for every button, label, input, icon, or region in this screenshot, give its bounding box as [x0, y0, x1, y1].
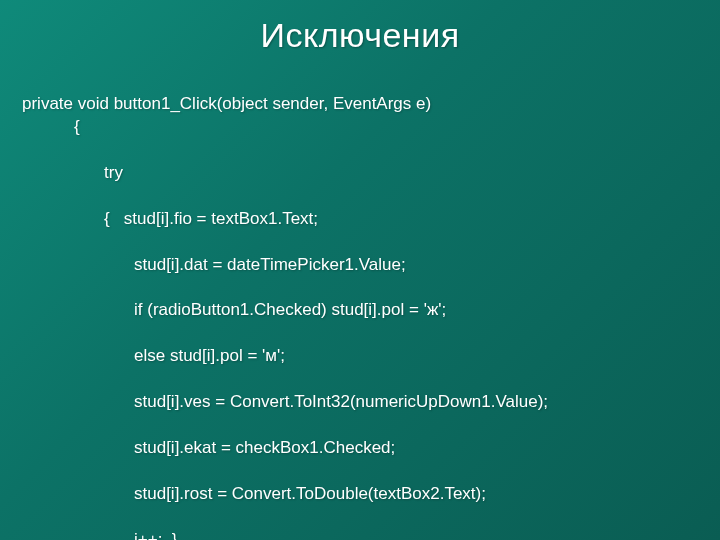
slide: Исключения private void button1_Click(ob… [0, 0, 720, 540]
code-line: if (radioButton1.Checked) stud[i].pol = … [22, 299, 698, 322]
code-line: { stud[i].fio = textBox1.Text; [22, 208, 698, 231]
code-line: stud[i].ves = Convert.ToInt32(numericUpD… [22, 391, 698, 414]
code-block: private void button1_Click(object sender… [22, 70, 698, 540]
code-line: private void button1_Click(object sender… [22, 94, 431, 113]
code-line: else stud[i].pol = 'м'; [22, 345, 698, 368]
code-line: stud[i].rost = Convert.ToDouble(textBox2… [22, 483, 698, 506]
code-line: try [22, 162, 698, 185]
code-line: i++; } [22, 529, 698, 540]
code-line: stud[i].ekat = checkBox1.Checked; [22, 437, 698, 460]
slide-title: Исключения [0, 0, 720, 55]
code-line: { [22, 116, 698, 139]
code-line: stud[i].dat = dateTimePicker1.Value; [22, 254, 698, 277]
